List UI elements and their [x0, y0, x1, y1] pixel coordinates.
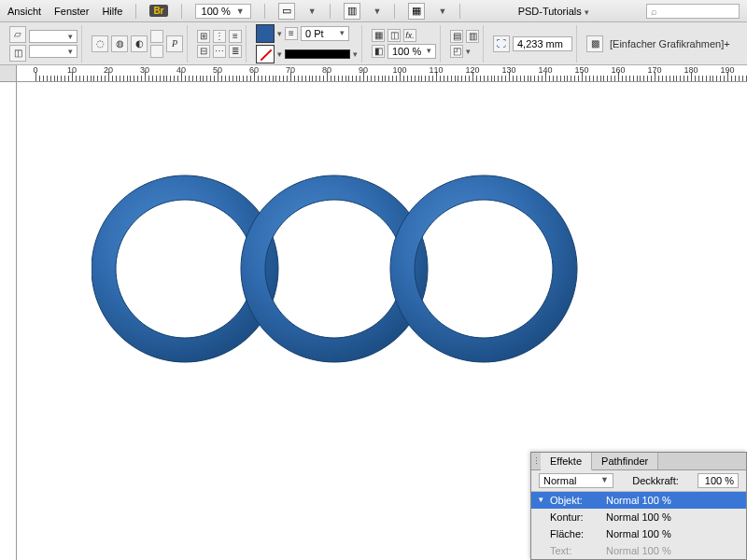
separator [330, 4, 331, 19]
effects-row-kontur[interactable]: Kontur:Normal 100 % [531, 509, 746, 525]
effects-target-list: ▾ Objekt:Normal 100 % Kontur:Normal 100 … [531, 492, 746, 559]
effects-row-text[interactable]: Text:Normal 100 % [531, 542, 746, 559]
opacity-field[interactable]: 100 %▾ [388, 44, 436, 59]
fill-swatch[interactable] [256, 24, 275, 43]
audi-rings-artwork[interactable] [92, 166, 596, 371]
corner-icon[interactable]: ◰ [450, 45, 463, 58]
distribute-icon[interactable]: ⋯ [213, 45, 226, 58]
separator [135, 4, 136, 19]
style-icon[interactable]: ▩ [586, 35, 603, 52]
tab-pathfinder[interactable]: Pathfinder [592, 453, 658, 469]
effect-icon[interactable]: ▦ [372, 29, 385, 42]
align-icon[interactable]: ≡ [229, 30, 242, 43]
distribute-icon[interactable]: ⋮ [213, 30, 226, 43]
ruler-corner [0, 65, 17, 82]
view-mode-2-icon[interactable]: ▥ [344, 3, 360, 20]
search-box[interactable]: ⌕ [646, 4, 740, 19]
opacity-field[interactable]: 100 % [698, 473, 739, 488]
workspace-dropdown[interactable]: PSD-Tutorials ▾ [518, 6, 589, 17]
bridge-badge[interactable]: Br [149, 5, 167, 17]
stroke-swatch[interactable] [256, 45, 275, 63]
wrap-icon[interactable]: ▤ [450, 30, 463, 43]
constrain-icon-2[interactable]: ◫ [9, 45, 26, 62]
stroke-weight-icon: ≡ [285, 27, 298, 40]
zoom-dropdown[interactable]: 100 %▼ [195, 4, 251, 19]
separator [181, 4, 182, 19]
measurement-field[interactable]: 4,233 mm [513, 36, 572, 51]
stroke-style[interactable] [285, 49, 350, 59]
menu-hilfe[interactable]: Hilfe [102, 6, 122, 17]
pathfinder-icon[interactable]: ◍ [111, 35, 128, 52]
opacity-icon[interactable]: ◧ [372, 45, 385, 58]
tool-icon[interactable] [150, 45, 163, 58]
height-field[interactable]: ▾ [29, 45, 78, 58]
menu-ansicht[interactable]: Ansicht [7, 6, 41, 17]
arrange-icon[interactable]: ▦ [408, 3, 425, 20]
wrap-icon[interactable]: ▥ [466, 30, 479, 43]
ruler-horizontal[interactable]: 0102030405060708090100110120130140150160… [17, 65, 747, 82]
fx-icon[interactable]: fx. [403, 29, 416, 42]
panel-tabs: ⋮ Effekte Pathfinder [531, 453, 746, 470]
menubar: Ansicht Fenster Hilfe Br 100 %▼ ▭▼ ▥▼ ▦▼… [0, 0, 747, 22]
effects-row-flaeche[interactable]: Fläche:Normal 100 % [531, 525, 746, 542]
align-icon[interactable]: ⊟ [197, 45, 210, 58]
pathfinder-icon[interactable]: ◌ [92, 35, 108, 52]
object-style-name[interactable]: [Einfacher Grafikrahmen]+ [606, 38, 730, 49]
width-field[interactable]: ▾ [29, 30, 78, 43]
menu-fenster[interactable]: Fenster [54, 6, 89, 17]
effect-icon[interactable]: ◫ [388, 29, 401, 42]
align-icon[interactable]: ≣ [229, 45, 242, 58]
stroke-weight-field[interactable]: 0 Pt▾ [301, 26, 349, 41]
constrain-icon[interactable]: ▱ [9, 26, 26, 43]
search-icon: ⌕ [651, 6, 657, 17]
separator [264, 4, 265, 19]
separator [394, 4, 395, 19]
panel-grip-icon[interactable]: ⋮ [531, 453, 541, 469]
separator [459, 4, 460, 19]
control-bar: ▱◫ ▾▾ ◌ ◍ ◐ P ⊞⊟ ⋮⋯ ≡≣ ▾ ≡ 0 Pt▾ ▾ ▾ ▦◫f… [0, 22, 747, 65]
opacity-label: Deckkraft: [632, 475, 679, 486]
align-icon[interactable]: ⊞ [197, 30, 210, 43]
chevron-down-icon: ▼ [236, 7, 245, 16]
tab-effekte[interactable]: Effekte [541, 453, 592, 470]
search-input[interactable] [661, 6, 726, 17]
ruler-vertical[interactable] [0, 82, 17, 560]
effects-row-objekt[interactable]: ▾ Objekt:Normal 100 % [531, 492, 746, 509]
pathfinder-icon[interactable]: ◐ [131, 35, 148, 52]
type-icon[interactable]: P [166, 35, 183, 52]
blend-mode-dropdown[interactable]: Normal▼ [539, 473, 613, 488]
view-mode-1-icon[interactable]: ▭ [278, 3, 295, 20]
tool-icon[interactable] [150, 30, 163, 43]
effects-panel: ⋮ Effekte Pathfinder Normal▼ Deckkraft: … [530, 452, 747, 560]
disclosure-triangle-icon: ▾ [539, 495, 543, 504]
frame-fit-icon[interactable]: ⛶ [493, 35, 510, 52]
